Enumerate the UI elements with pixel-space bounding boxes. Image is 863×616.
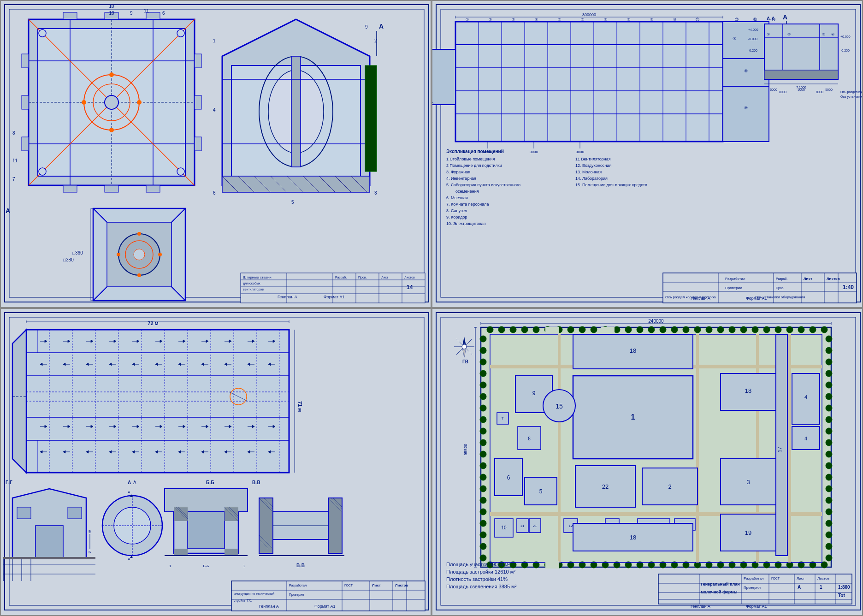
svg-text:①: ① [767, 32, 770, 36]
svg-text:③: ③ [512, 18, 515, 22]
svg-point-517 [826, 439, 832, 446]
svg-point-17 [82, 100, 86, 105]
svg-point-428 [487, 326, 493, 333]
svg-text:А: А [6, 207, 10, 214]
svg-text:1: 1 [820, 585, 822, 590]
svg-text:ГОСТ: ГОСТ [771, 577, 780, 580]
svg-text:Формат А1: Формат А1 [746, 604, 767, 609]
svg-text:18: 18 [630, 347, 636, 354]
svg-text:Б-Б: Б-Б [206, 480, 214, 485]
svg-text:6: 6 [507, 474, 510, 481]
svg-point-432 [533, 326, 539, 333]
svg-text:5: 5 [539, 488, 543, 495]
svg-point-521 [826, 486, 832, 492]
svg-point-502 [480, 497, 486, 503]
svg-point-496 [480, 428, 486, 434]
svg-marker-230 [12, 330, 26, 473]
svg-text:11: 11 [520, 524, 525, 528]
svg-text:4: 4 [213, 107, 216, 113]
svg-point-520 [826, 474, 832, 480]
svg-text:3000: 3000 [530, 150, 538, 154]
svg-point-452 [763, 326, 770, 333]
svg-point-448 [717, 326, 724, 333]
svg-text:⑪: ⑪ [696, 18, 699, 22]
svg-point-507 [480, 555, 486, 561]
svg-rect-44 [222, 176, 370, 192]
svg-point-19 [39, 30, 46, 37]
svg-text:3. Фуражная: 3. Фуражная [446, 170, 470, 174]
svg-text:15: 15 [556, 403, 563, 410]
svg-rect-355 [68, 507, 82, 519]
svg-rect-107 [455, 22, 723, 142]
svg-text:Площадь застройки 12610 м²: Площадь застройки 12610 м² [446, 569, 515, 575]
svg-point-443 [660, 326, 666, 333]
svg-text:①: ① [466, 18, 469, 22]
svg-rect-28 [195, 137, 201, 151]
svg-rect-537 [545, 561, 559, 569]
svg-text:②: ② [787, 32, 791, 36]
svg-text:Генплан А: Генплан А [278, 295, 297, 299]
svg-text:⑧: ⑧ [744, 69, 748, 73]
svg-text:8000: 8000 [816, 90, 823, 94]
svg-text:инструкция по технической: инструкция по технической [234, 592, 274, 596]
svg-rect-123 [723, 22, 769, 59]
svg-point-15 [109, 72, 114, 77]
svg-text:Листов: Листов [817, 576, 829, 580]
svg-rect-394 [259, 498, 273, 553]
svg-point-437 [591, 326, 597, 333]
svg-text:7: 7 [12, 177, 15, 182]
svg-point-524 [826, 520, 832, 527]
svg-text:А: А [798, 585, 801, 590]
svg-text:⑦: ⑦ [733, 36, 736, 41]
svg-point-488 [480, 336, 486, 342]
svg-point-444 [671, 326, 678, 333]
svg-point-492 [480, 382, 486, 388]
svg-point-456 [810, 326, 816, 333]
svg-point-498 [480, 451, 486, 457]
svg-point-489 [480, 347, 486, 354]
svg-rect-125 [723, 86, 769, 142]
svg-rect-353 [35, 526, 63, 558]
svg-text:⑬: ⑬ [753, 18, 757, 22]
svg-point-499 [480, 462, 486, 469]
svg-point-490 [480, 359, 486, 365]
svg-text:240000: 240000 [648, 319, 664, 324]
svg-point-503 [480, 509, 486, 515]
svg-point-515 [826, 416, 832, 423]
svg-text:□360: □360 [72, 250, 83, 255]
svg-point-505 [480, 532, 486, 538]
svg-text:1 Стойловые помещения: 1 Стойловые помещения [446, 157, 495, 161]
svg-rect-34 [146, 185, 160, 192]
svg-point-71 [137, 273, 141, 277]
svg-point-494 [480, 405, 486, 411]
svg-text:А: А [128, 490, 130, 494]
svg-text:7 1000: 7 1000 [796, 86, 806, 89]
svg-text:Генплан А: Генплан А [259, 604, 279, 609]
svg-text:стройке ??1: стройке ??1 [234, 599, 252, 603]
svg-point-441 [637, 326, 643, 333]
svg-text:19: 19 [745, 529, 751, 536]
svg-point-511 [826, 370, 832, 377]
svg-rect-363 [3, 557, 95, 559]
svg-text:14. Лаборатория: 14. Лаборатория [575, 176, 608, 181]
svg-text:Г-Г: Г-Г [6, 480, 12, 485]
svg-text:Разраб.: Разраб. [335, 276, 347, 279]
svg-text:Лист: Лист [797, 576, 805, 580]
svg-point-506 [480, 543, 486, 550]
svg-text:Б-Б: Б-Б [203, 564, 209, 568]
svg-point-442 [648, 326, 655, 333]
svg-text:⑨: ⑨ [744, 106, 748, 110]
svg-point-18 [137, 100, 142, 105]
svg-text:8: 8 [528, 436, 531, 441]
svg-text:④: ④ [535, 18, 538, 22]
svg-point-525 [826, 532, 832, 538]
svg-text:⑩: ⑩ [673, 18, 676, 22]
svg-rect-572 [776, 334, 787, 556]
svg-text:Ось раздел кормов с рестора: Ось раздел кормов с рестора [840, 90, 863, 94]
svg-text:④: ④ [831, 32, 834, 36]
svg-text:12. Воздухоносная: 12. Воздухоносная [575, 163, 611, 168]
svg-text:Лист: Лист [804, 277, 812, 281]
svg-text:10. Электрощитовая: 10. Электрощитовая [446, 221, 486, 226]
svg-text:В-В: В-В [252, 480, 260, 485]
svg-text:12: 12 [569, 524, 573, 528]
